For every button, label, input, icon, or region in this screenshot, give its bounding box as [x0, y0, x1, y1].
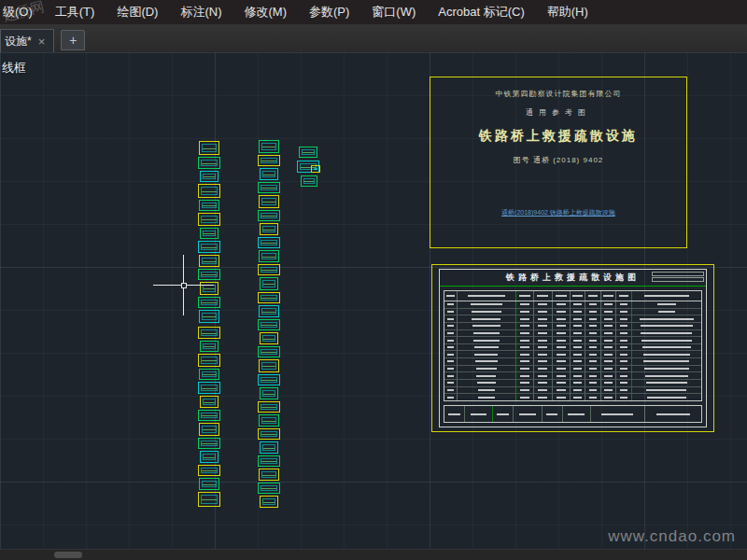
drawing-block[interactable] [198, 492, 220, 507]
drawing-block[interactable] [258, 483, 280, 494]
table-cell [458, 351, 516, 357]
menu-item[interactable]: Acrobat 标记(C) [427, 0, 535, 24]
drawing-block[interactable] [258, 319, 280, 330]
menu-item[interactable]: 级(O) [0, 0, 44, 24]
text-bar [520, 340, 529, 342]
drawing-block[interactable] [258, 210, 280, 221]
drawing-block[interactable] [199, 310, 219, 323]
table-cell [601, 387, 617, 394]
text-bar [647, 397, 686, 399]
table-cell [534, 351, 552, 357]
table-cell [516, 387, 534, 394]
text-bar [589, 382, 598, 384]
text-bar [497, 413, 509, 415]
table-cell [571, 291, 586, 301]
drawing-block[interactable] [199, 200, 219, 211]
text-bar [604, 368, 613, 370]
menu-item[interactable]: 标注(N) [169, 0, 233, 24]
drawing-block[interactable] [259, 359, 279, 372]
drawing-block[interactable] [259, 414, 279, 427]
drawing-block[interactable] [260, 496, 278, 508]
file-tab[interactable]: 设施* × [0, 29, 54, 52]
text-bar [620, 375, 628, 377]
table-row [444, 372, 701, 380]
drawing-block[interactable] [198, 410, 220, 421]
drawing-block[interactable] [198, 184, 220, 198]
drawing-block[interactable] [198, 269, 220, 280]
drawing-block[interactable] [258, 237, 280, 248]
drawing-block[interactable] [200, 341, 218, 352]
drawing-block[interactable] [258, 374, 280, 385]
drawing-block[interactable] [198, 241, 220, 253]
drawing-canvas[interactable]: 线框 中铁第四勘察设计院集团有限公司 通用参考图 铁路桥上救援疏散设施 图号 通… [0, 52, 747, 549]
drawing-block[interactable] [198, 465, 220, 476]
drawing-block[interactable] [260, 277, 278, 290]
horizontal-scrollbar[interactable] [0, 549, 747, 560]
menu-item[interactable]: 窗口(W) [360, 0, 427, 24]
drawing-block[interactable] [198, 213, 220, 226]
text-bar [573, 397, 582, 399]
menu-item[interactable]: 帮助(H) [536, 0, 599, 24]
text-bar [604, 332, 613, 334]
drawing-block[interactable] [311, 165, 320, 173]
text-bar [478, 389, 496, 391]
title-sheet-frame[interactable]: 中铁第四勘察设计院集团有限公司 通用参考图 铁路桥上救援疏散设施 图号 通桥 (… [430, 77, 687, 248]
menu-item[interactable]: 参数(P) [298, 0, 360, 24]
text-bar [646, 382, 688, 384]
drawing-block[interactable] [260, 168, 278, 180]
text-bar [620, 346, 628, 348]
drawing-block[interactable] [199, 423, 219, 436]
drawing-block[interactable] [258, 346, 280, 357]
drawing-block[interactable] [199, 369, 219, 380]
drawing-block[interactable] [259, 305, 279, 317]
drawing-block[interactable] [258, 455, 280, 467]
drawing-block[interactable] [258, 264, 280, 275]
drawing-block[interactable] [260, 441, 278, 454]
drawing-list-frame[interactable]: 铁路桥上救援疏散设施图 [431, 264, 714, 432]
drawing-block[interactable] [198, 382, 220, 394]
text-bar [589, 389, 598, 391]
drawing-block[interactable] [258, 292, 280, 303]
drawing-block[interactable] [200, 451, 218, 463]
drawing-block[interactable] [259, 140, 279, 153]
drawing-block[interactable] [260, 387, 278, 399]
drawing-block[interactable] [260, 223, 278, 235]
text-bar [557, 340, 566, 342]
table-cell [553, 358, 571, 365]
drawing-block[interactable] [258, 428, 280, 440]
new-tab-button[interactable]: + [61, 30, 85, 50]
text-bar [447, 346, 454, 348]
menu-item[interactable]: 绘图(D) [106, 0, 169, 24]
drawing-block[interactable] [259, 469, 279, 481]
drawing-block[interactable] [199, 478, 219, 490]
drawing-block[interactable] [258, 182, 280, 193]
drawing-block[interactable] [198, 438, 220, 449]
text-bar [604, 382, 613, 384]
text-bar [557, 360, 566, 362]
viewport-style-label[interactable]: 线框 [2, 60, 26, 77]
text-bar [642, 346, 691, 348]
close-icon[interactable]: × [38, 35, 46, 48]
drawing-block[interactable] [198, 297, 220, 308]
menu-item[interactable]: 修改(M) [233, 0, 298, 24]
drawing-block[interactable] [258, 401, 280, 413]
drawing-block[interactable] [198, 327, 220, 339]
drawing-block[interactable] [199, 141, 219, 155]
menu-item[interactable]: 工具(T) [44, 0, 106, 24]
drawing-block[interactable] [260, 332, 278, 344]
drawing-block[interactable] [198, 157, 220, 169]
text-bar [472, 325, 500, 327]
drawing-block[interactable] [200, 228, 218, 239]
drawing-block[interactable] [259, 195, 279, 208]
drawing-block[interactable] [200, 171, 218, 182]
table-cell [616, 323, 632, 329]
drawing-block[interactable] [258, 155, 280, 166]
drawing-block[interactable] [259, 250, 279, 262]
drawing-block[interactable] [299, 147, 317, 158]
drawing-block[interactable] [301, 175, 317, 187]
table-cell [444, 372, 458, 379]
scrollbar-thumb[interactable] [54, 552, 82, 558]
drawing-block[interactable] [199, 255, 219, 267]
drawing-block[interactable] [200, 396, 218, 408]
drawing-block[interactable] [198, 354, 220, 367]
